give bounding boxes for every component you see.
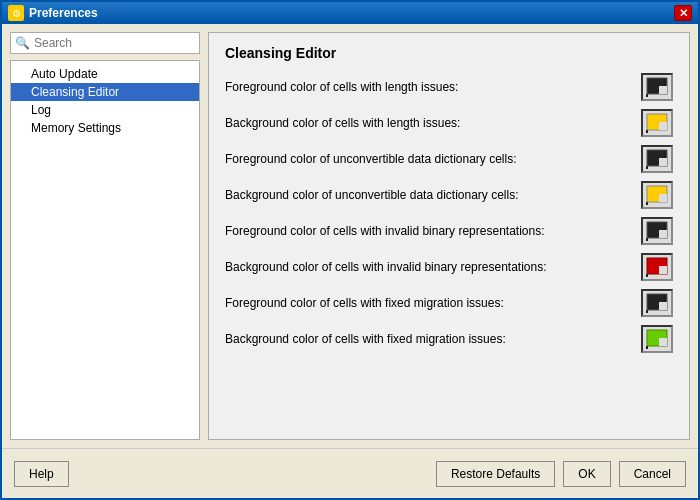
bg-dict-icon — [646, 185, 668, 205]
svg-rect-7 — [659, 158, 667, 166]
color-row-bg-migration: Background color of cells with fixed mig… — [225, 325, 673, 353]
btn-fg-length[interactable] — [641, 73, 673, 101]
label-fg-migration: Foreground color of cells with fixed mig… — [225, 296, 641, 310]
bg-migration-icon — [646, 329, 668, 349]
color-row-bg-binary: Background color of cells with invalid b… — [225, 253, 673, 281]
color-row-fg-migration: Foreground color of cells with fixed mig… — [225, 289, 673, 317]
btn-fg-binary[interactable] — [641, 217, 673, 245]
label-bg-length: Background color of cells with length is… — [225, 116, 641, 130]
fg-dict-icon — [646, 149, 668, 169]
sidebar-item-log[interactable]: Log — [11, 101, 199, 119]
btn-fg-dict[interactable] — [641, 145, 673, 173]
search-icon: 🔍 — [15, 36, 30, 50]
left-panel: 🔍 Auto Update Cleansing Editor Log Memor… — [10, 32, 200, 440]
preferences-window: ⚙ Preferences ✕ 🔍 Auto Update Cleansing … — [0, 0, 700, 500]
section-title: Cleansing Editor — [225, 45, 673, 61]
search-input[interactable] — [34, 36, 195, 50]
label-fg-length: Foreground color of cells with length is… — [225, 80, 641, 94]
svg-rect-16 — [659, 266, 667, 274]
color-row-fg-dict: Foreground color of unconvertible data d… — [225, 145, 673, 173]
title-bar: ⚙ Preferences ✕ — [2, 2, 698, 24]
svg-rect-4 — [659, 122, 667, 130]
bottom-bar: Help Restore Defaults OK Cancel — [2, 448, 698, 498]
color-row-bg-dict: Background color of unconvertible data d… — [225, 181, 673, 209]
close-button[interactable]: ✕ — [674, 5, 692, 21]
sidebar-item-cleansing-editor[interactable]: Cleansing Editor — [11, 83, 199, 101]
label-bg-dict: Background color of unconvertible data d… — [225, 188, 641, 202]
color-row-fg-length: Foreground color of cells with length is… — [225, 73, 673, 101]
svg-rect-10 — [659, 194, 667, 202]
fg-migration-icon — [646, 293, 668, 313]
sidebar-item-auto-update[interactable]: Auto Update — [11, 65, 199, 83]
title-bar-left: ⚙ Preferences — [8, 5, 98, 21]
right-panel: Cleansing Editor Foreground color of cel… — [208, 32, 690, 440]
btn-fg-migration[interactable] — [641, 289, 673, 317]
btn-bg-binary[interactable] — [641, 253, 673, 281]
btn-bg-migration[interactable] — [641, 325, 673, 353]
sidebar-item-memory-settings[interactable]: Memory Settings — [11, 119, 199, 137]
svg-rect-19 — [659, 302, 667, 310]
color-row-fg-binary: Foreground color of cells with invalid b… — [225, 217, 673, 245]
content-area: 🔍 Auto Update Cleansing Editor Log Memor… — [2, 24, 698, 448]
window-title: Preferences — [29, 6, 98, 20]
search-box[interactable]: 🔍 — [10, 32, 200, 54]
svg-rect-22 — [659, 338, 667, 346]
btn-bg-length[interactable] — [641, 109, 673, 137]
svg-rect-13 — [659, 230, 667, 238]
ok-button[interactable]: OK — [563, 461, 610, 487]
fg-binary-icon — [646, 221, 668, 241]
label-fg-binary: Foreground color of cells with invalid b… — [225, 224, 641, 238]
bottom-right-buttons: Restore Defaults OK Cancel — [436, 461, 686, 487]
sidebar-tree: Auto Update Cleansing Editor Log Memory … — [10, 60, 200, 440]
color-row-bg-length: Background color of cells with length is… — [225, 109, 673, 137]
btn-bg-dict[interactable] — [641, 181, 673, 209]
label-bg-migration: Background color of cells with fixed mig… — [225, 332, 641, 346]
fg-length-icon — [646, 77, 668, 97]
bg-length-icon — [646, 113, 668, 133]
bg-binary-icon — [646, 257, 668, 277]
label-fg-dict: Foreground color of unconvertible data d… — [225, 152, 641, 166]
restore-defaults-button[interactable]: Restore Defaults — [436, 461, 555, 487]
svg-rect-1 — [659, 86, 667, 94]
app-icon: ⚙ — [8, 5, 24, 21]
cancel-button[interactable]: Cancel — [619, 461, 686, 487]
help-button[interactable]: Help — [14, 461, 69, 487]
label-bg-binary: Background color of cells with invalid b… — [225, 260, 641, 274]
